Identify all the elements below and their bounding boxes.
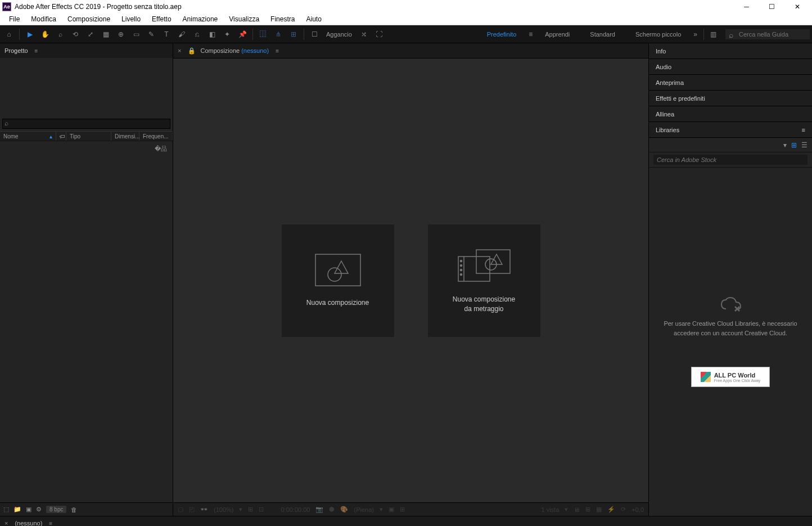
project-tab[interactable]: Progetto (4, 47, 28, 54)
timecode-label[interactable]: 0:00:00:00 (281, 506, 310, 513)
menu-finestra[interactable]: Finestra (265, 14, 300, 24)
orbit-tool-icon[interactable]: ⟲ (69, 26, 82, 42)
col-dimensioni[interactable]: Dimensi... (111, 132, 139, 141)
pen-tool-icon[interactable]: ✎ (145, 26, 158, 42)
panel-audio[interactable]: Audio (649, 59, 812, 75)
workspace-more-icon[interactable]: » (693, 30, 697, 38)
timeline-tab-close-icon[interactable]: × (4, 520, 8, 526)
hand-tool-icon[interactable]: ✋ (38, 26, 52, 42)
footer-icon[interactable]: ⊡ (259, 506, 264, 513)
footer-icon[interactable]: ▾ (565, 506, 568, 513)
menu-effetto[interactable]: Effetto (146, 14, 177, 24)
rotate-tool-icon[interactable]: ⤢ (84, 26, 97, 42)
shape-tool-icon[interactable]: ▭ (129, 26, 143, 42)
col-tag-icon[interactable]: 🏷 (56, 132, 66, 141)
footer-icon[interactable]: ⊞ (585, 506, 590, 513)
anchor-tool-icon[interactable]: ⊕ (114, 26, 128, 42)
close-button[interactable]: ✕ (784, 0, 810, 13)
list-view-icon[interactable]: ☰ (801, 141, 808, 149)
col-frequenza[interactable]: Frequen... (139, 132, 173, 141)
snap-option2-icon[interactable]: ⛶ (372, 26, 386, 42)
panel-menu-icon[interactable]: ≡ (35, 48, 38, 54)
panel-menu-icon[interactable]: ≡ (276, 48, 279, 54)
footer-icon[interactable]: ⊞ (248, 506, 253, 513)
interpret-footage-icon[interactable]: ⬚ (3, 506, 9, 513)
menu-aiuto[interactable]: Aiuto (300, 14, 327, 24)
footer-icon[interactable]: ▣ (389, 506, 394, 513)
menu-livello[interactable]: Livello (116, 14, 146, 24)
maximize-button[interactable]: ☐ (759, 0, 784, 13)
puppet-tool-icon[interactable]: 📌 (236, 26, 249, 42)
panel-anteprima[interactable]: Anteprima (649, 75, 812, 91)
footer-icon[interactable]: ▦ (596, 506, 602, 513)
project-search-input[interactable] (2, 119, 170, 129)
footer-icon[interactable]: ▾ (380, 506, 383, 513)
brush-tool-icon[interactable]: 🖌 (175, 26, 188, 42)
trash-icon[interactable]: 🗑 (71, 506, 77, 513)
col-nome[interactable]: Nome▴ (0, 132, 56, 141)
footer-icon[interactable]: 🎨 (340, 506, 348, 513)
panel-libraries[interactable]: Libraries ≡ (649, 122, 812, 138)
minimize-button[interactable]: ─ (734, 0, 759, 13)
footer-icon[interactable]: ⬢ (329, 506, 335, 513)
col-tipo[interactable]: Tipo (66, 132, 111, 141)
new-folder-icon[interactable]: 📁 (13, 506, 21, 513)
workspace-predefinito[interactable]: Predefinito (479, 29, 525, 40)
comp-tab-close-icon[interactable]: × (178, 47, 181, 54)
flowchart-icon[interactable]: �品 (155, 145, 167, 153)
clone-tool-icon[interactable]: ⎌ (190, 26, 204, 42)
help-search-input[interactable] (725, 29, 810, 39)
exposure-label[interactable]: +0,0 (631, 506, 644, 513)
selection-tool-icon[interactable]: ▶ (23, 26, 37, 42)
workspace-menu-icon[interactable]: ≡ (529, 30, 533, 38)
snap-option1-icon[interactable]: ⤭ (357, 26, 371, 42)
new-composition-card[interactable]: Nuova composizione (282, 224, 394, 337)
zoom-tool-icon[interactable]: ⌕ (53, 26, 67, 42)
camera-tool-icon[interactable]: ▦ (99, 26, 112, 42)
resolution-label[interactable]: (Piena) (354, 506, 373, 513)
grid-view-icon[interactable]: ⊞ (791, 141, 797, 149)
footer-icon[interactable]: ◰ (189, 506, 195, 513)
menu-visualizza[interactable]: Visualizza (223, 14, 265, 24)
panel-menu-icon[interactable]: ≡ (49, 520, 52, 527)
axis-icon[interactable]: ⿲ (256, 26, 270, 42)
panel-allinea[interactable]: Allinea (649, 106, 812, 122)
roto-tool-icon[interactable]: ✦ (220, 26, 234, 42)
comp-lock-icon[interactable]: 🔒 (188, 47, 196, 55)
menu-file[interactable]: File (3, 14, 25, 24)
adobe-stock-search-input[interactable] (653, 155, 808, 165)
views-label[interactable]: 1 vista (541, 506, 559, 513)
workspace-standard[interactable]: Standard (582, 29, 623, 40)
menu-composizione[interactable]: Composizione (62, 14, 116, 24)
home-icon[interactable]: ⌂ (2, 26, 16, 42)
text-tool-icon[interactable]: T (160, 26, 173, 42)
snap-checkbox-icon[interactable]: ☐ (308, 26, 321, 42)
footer-icon[interactable]: ▾ (239, 506, 242, 513)
menu-modifica[interactable]: Modifica (25, 14, 62, 24)
footer-icon[interactable]: ⟳ (621, 506, 626, 513)
panel-toggle-icon[interactable]: ▥ (710, 30, 716, 38)
panel-effetti[interactable]: Effetti e predefiniti (649, 91, 812, 106)
timeline-tab[interactable]: (nessuno) (15, 520, 42, 526)
footer-icon[interactable]: 🖥 (574, 506, 580, 513)
footer-icon[interactable]: ⊞ (400, 506, 405, 513)
footer-icon[interactable]: ▢ (178, 506, 183, 513)
bpc-indicator[interactable]: 8 bpc (46, 506, 66, 513)
lib-dropdown-icon[interactable]: ▾ (783, 141, 787, 149)
eraser-tool-icon[interactable]: ◧ (205, 26, 219, 42)
grid-icon[interactable]: ⊞ (287, 26, 300, 42)
footer-icon[interactable]: ⚡ (607, 506, 615, 513)
workspace-apprendi[interactable]: Apprendi (537, 29, 578, 40)
new-composition-from-footage-card[interactable]: Nuova composizione da metraggio (428, 224, 540, 337)
comp-tab-label[interactable]: Composizione (nessuno) (200, 47, 269, 54)
panel-menu-icon[interactable]: ≡ (802, 127, 805, 133)
workspace-schermo-piccolo[interactable]: Schermo piccolo (628, 29, 689, 40)
project-list[interactable]: �品 (0, 141, 173, 502)
align-icon[interactable]: ⋔ (272, 26, 285, 42)
footer-icon[interactable]: 👓 (200, 506, 208, 513)
menu-animazione[interactable]: Animazione (177, 14, 224, 24)
footer-icon[interactable]: 📷 (315, 506, 323, 513)
project-settings-icon[interactable]: ⚙ (36, 506, 42, 513)
new-comp-icon[interactable]: ▣ (26, 506, 31, 513)
panel-info[interactable]: Info (649, 43, 812, 59)
